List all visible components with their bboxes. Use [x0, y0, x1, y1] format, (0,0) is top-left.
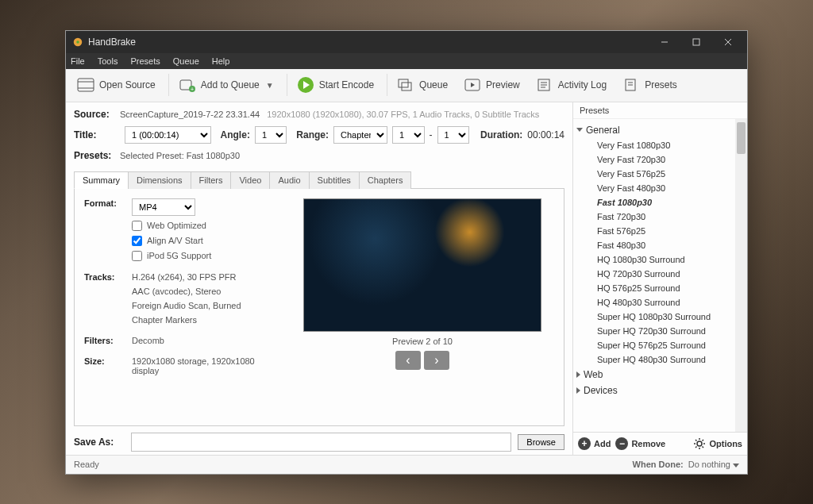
presets-panel-header: Presets [573, 102, 747, 119]
preset-item[interactable]: Fast 720p30 [573, 210, 747, 224]
browse-button[interactable]: Browse [518, 434, 564, 450]
preset-remove-button[interactable]: −Remove [615, 437, 665, 450]
chevron-down-icon [733, 464, 739, 467]
source-value: ScreenCapture_2019-7-22 23.31.44 [120, 110, 260, 119]
preview-prev-button[interactable]: ‹ [395, 351, 421, 370]
presets-row-label: Presets: [74, 150, 114, 161]
preset-item[interactable]: Very Fast 576p25 [573, 167, 747, 181]
svg-text:+: + [191, 87, 194, 92]
preset-item[interactable]: Fast 480p30 [573, 238, 747, 252]
tab-audio[interactable]: Audio [269, 171, 309, 189]
tracks-label: Tracks: [84, 272, 132, 325]
title-label: Title: [74, 129, 114, 140]
title-select[interactable]: 1 (00:00:14) [125, 126, 211, 144]
activity-log-button[interactable]: Activity Log [530, 75, 613, 95]
preset-item[interactable]: Fast 1080p30 [573, 195, 747, 210]
preview-button[interactable]: Preview [457, 75, 526, 95]
svg-point-25 [697, 441, 702, 446]
ipod-checkbox[interactable]: iPod 5G Support [132, 251, 275, 261]
svg-line-33 [703, 440, 704, 441]
maximize-button[interactable] [680, 31, 712, 53]
preset-group-label: Devices [584, 385, 618, 396]
filters-value: Decomb [132, 336, 275, 345]
preset-item[interactable]: Super HQ 480p30 Surround [573, 352, 747, 367]
open-source-button[interactable]: Open Source [71, 75, 162, 95]
angle-select[interactable]: 1 [255, 126, 287, 144]
close-button[interactable] [712, 31, 744, 53]
format-label: Format: [84, 198, 132, 261]
app-window: HandBrake File Tools Presets Queue Help … [65, 30, 748, 475]
web-optimized-checkbox[interactable]: Web Optimized [132, 221, 275, 231]
preview-image [303, 198, 541, 333]
app-icon [72, 37, 83, 48]
preset-options-button[interactable]: Options [693, 437, 742, 450]
scrollbar[interactable] [735, 119, 747, 432]
tab-chapters[interactable]: Chapters [359, 171, 412, 189]
size-value: 1920x1080 storage, 1920x1080 display [132, 356, 275, 375]
menu-tools[interactable]: Tools [98, 56, 118, 66]
menu-presets[interactable]: Presets [130, 56, 160, 66]
log-icon [536, 78, 553, 92]
chevron-down-icon[interactable]: ▼ [266, 81, 274, 90]
selected-preset: Selected Preset: Fast 1080p30 [120, 151, 240, 160]
presets-panel: Presets GeneralVery Fast 1080p30Very Fas… [572, 102, 747, 455]
preset-item[interactable]: Very Fast 1080p30 [573, 138, 747, 152]
scrollbar-thumb[interactable] [737, 122, 746, 154]
main-panel: Source: ScreenCapture_2019-7-22 23.31.44… [66, 102, 572, 455]
svg-rect-3 [693, 39, 699, 45]
format-select[interactable]: MP4 [132, 198, 195, 216]
angle-label: Angle: [221, 129, 250, 140]
menu-file[interactable]: File [71, 56, 85, 66]
preview-next-button[interactable]: › [424, 351, 449, 370]
tab-summary[interactable]: Summary [74, 171, 129, 189]
menu-queue[interactable]: Queue [173, 56, 199, 66]
svg-point-1 [76, 40, 79, 44]
add-to-queue-button[interactable]: + Add to Queue ▼ [172, 75, 280, 95]
range-to-select[interactable]: 1 [437, 126, 469, 144]
preset-group[interactable]: General [573, 122, 747, 138]
when-done-select[interactable]: Do nothing [688, 460, 739, 469]
preset-item[interactable]: Super HQ 1080p30 Surround [573, 310, 747, 324]
range-label: Range: [296, 129, 329, 140]
tab-video[interactable]: Video [230, 171, 270, 189]
preview-caption: Preview 2 of 10 [392, 337, 453, 346]
presets-button[interactable]: Presets [616, 75, 684, 95]
queue-button[interactable]: Queue [391, 75, 454, 95]
preset-add-button[interactable]: +Add [578, 437, 611, 450]
size-label: Size: [84, 356, 132, 375]
source-label: Source: [74, 109, 114, 120]
svg-rect-6 [78, 79, 94, 91]
preset-item[interactable]: Super HQ 576p25 Surround [573, 338, 747, 352]
preset-item[interactable]: Very Fast 480p30 [573, 181, 747, 195]
menubar: File Tools Presets Queue Help [66, 53, 747, 69]
start-encode-button[interactable]: Start Encode [291, 75, 380, 95]
tab-filters[interactable]: Filters [191, 171, 232, 189]
status-text: Ready [74, 460, 99, 469]
gear-icon [693, 437, 706, 450]
preset-item[interactable]: Fast 576p25 [573, 224, 747, 238]
minimize-button[interactable] [649, 31, 680, 53]
preset-item[interactable]: HQ 576p25 Surround [573, 281, 747, 295]
preset-group-label: Web [584, 369, 603, 380]
tab-dimensions[interactable]: Dimensions [128, 171, 191, 189]
preset-item[interactable]: HQ 480p30 Surround [573, 295, 747, 310]
tab-subtitles[interactable]: Subtitles [309, 171, 360, 189]
align-av-checkbox[interactable]: Align A/V Start [132, 236, 275, 246]
preset-item[interactable]: HQ 720p30 Surround [573, 267, 747, 281]
filters-label: Filters: [84, 336, 132, 345]
preset-item[interactable]: HQ 1080p30 Surround [573, 252, 747, 267]
preset-item[interactable]: Super HQ 720p30 Surround [573, 324, 747, 338]
range-from-select[interactable]: 1 [392, 126, 424, 144]
range-type-select[interactable]: Chapters [333, 126, 387, 144]
svg-line-31 [703, 446, 704, 448]
status-bar: Ready When Done: Do nothing [66, 455, 747, 474]
preset-item[interactable]: Very Fast 720p30 [573, 152, 747, 167]
preset-group[interactable]: Web [573, 367, 747, 383]
track-line: Chapter Markers [132, 315, 275, 325]
source-meta: 1920x1080 (1920x1080), 30.07 FPS, 1 Audi… [267, 110, 539, 119]
save-as-input[interactable] [131, 433, 511, 452]
minus-icon: − [615, 437, 628, 450]
titlebar[interactable]: HandBrake [66, 31, 747, 53]
preset-group[interactable]: Devices [573, 383, 747, 398]
menu-help[interactable]: Help [212, 56, 230, 66]
